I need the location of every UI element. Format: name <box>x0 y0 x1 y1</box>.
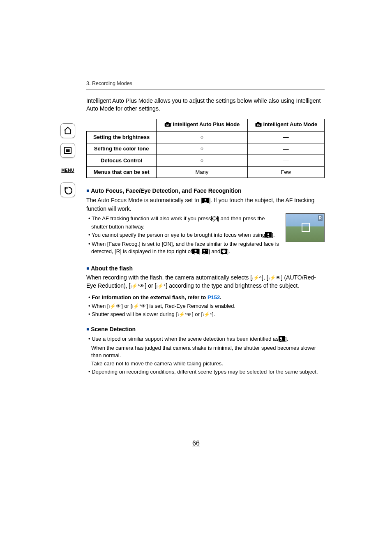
cell: ○ <box>157 131 248 143</box>
cell: — <box>247 131 324 143</box>
face-detect-icon <box>202 197 209 205</box>
square-bullet-icon: ■ <box>86 188 89 194</box>
list-item: • When [Face Recog.] is set to [ON], and… <box>86 240 281 256</box>
svg-point-22 <box>194 250 196 252</box>
portrait-icon <box>195 249 199 256</box>
table-row: Setting the brightness ○ — <box>87 131 325 143</box>
svg-point-26 <box>222 250 226 253</box>
back-icon <box>63 185 72 194</box>
list-item: • The AF tracking function will also wor… <box>86 215 281 231</box>
table-header-row: iA+ Intelligent Auto Plus Mode iA Intell… <box>87 119 325 131</box>
r-indicator: R <box>318 215 323 221</box>
row-label: Setting the brightness <box>87 131 157 143</box>
page-number: 66 <box>0 440 392 447</box>
flash-slow-redeye-icon: ᵢ⚡ˢ👁 <box>131 283 144 289</box>
table-row: Setting the color tone ○ — <box>87 143 325 155</box>
list-item: • When [ᵢ⚡👁] or [ᵢ⚡ˢ👁] is set, Red-Eye R… <box>86 302 325 310</box>
af-bullets: • The AF tracking function will also wor… <box>86 215 281 256</box>
af-body: The Auto Focus Mode is automatically set… <box>86 196 325 213</box>
cell: — <box>247 155 324 167</box>
flash-redeye-icon: ᵢ⚡👁 <box>269 275 281 281</box>
square-bullet-icon: ■ <box>86 326 89 332</box>
page-link-p152[interactable]: P152 <box>208 294 220 300</box>
face-frame <box>302 223 310 232</box>
ia-icon: iA <box>255 122 262 127</box>
home-button[interactable] <box>60 123 75 138</box>
page-content: 3. Recording Modes Intelligent Auto Plus… <box>86 80 325 383</box>
section-scene: ■Scene Detection • Use a tripod or simil… <box>86 325 325 376</box>
mode-comparison-table: iA+ Intelligent Auto Plus Mode iA Intell… <box>86 119 325 178</box>
flash-slow-icon: ᵢ⚡ˢ <box>203 312 212 317</box>
row-label: Setting the color tone <box>87 143 157 155</box>
flash-redeye-icon: ᵢ⚡👁 <box>109 303 121 309</box>
face-recognition-thumbnail: R <box>286 213 325 242</box>
list-item: • Shutter speed will be slower during [ᵢ… <box>86 311 325 318</box>
section-heading: ■Scene Detection <box>86 325 325 334</box>
svg-text:iA: iA <box>257 123 260 126</box>
row-label: Defocus Control <box>87 155 157 167</box>
svg-text:+: + <box>171 122 172 124</box>
ia-plus-icon: iA+ <box>164 122 172 127</box>
divider <box>86 89 325 90</box>
cell: ○ <box>157 143 248 155</box>
table-row: Defocus Control ○ — <box>87 155 325 167</box>
list-item: • Use a tripod or similar support when t… <box>86 335 325 344</box>
baby-icon <box>224 249 227 256</box>
cell: — <box>247 143 324 155</box>
cell: Few <box>247 166 324 178</box>
svg-point-20 <box>267 233 269 235</box>
flash-auto-icon: ᵢ⚡ᴬ <box>252 275 261 281</box>
scene-bullets: • Use a tripod or similar support when t… <box>86 335 325 376</box>
flash-slow-icon: ᵢ⚡ˢ <box>157 283 165 289</box>
cell: ○ <box>157 155 248 167</box>
list-item: • For information on the external flash,… <box>86 294 325 301</box>
svg-rect-14 <box>213 217 216 220</box>
cell: Many <box>157 166 248 178</box>
list-item-cont: When the camera has judged that camera s… <box>86 344 325 359</box>
list-item: • You cannot specify the person or eye t… <box>86 231 281 240</box>
square-bullet-icon: ■ <box>86 265 89 271</box>
section-heading: ■About the flash <box>86 265 325 273</box>
sidebar-nav: MENU <box>58 123 78 197</box>
tripod-scene-icon <box>281 336 285 344</box>
flash-slow-redeye-icon: ᵢ⚡ˢ👁 <box>132 303 146 309</box>
flash-slow-redeye-icon: ᵢ⚡ˢ👁 <box>178 312 191 317</box>
intro-paragraph: Intelligent Auto Plus Mode allows you to… <box>86 97 325 113</box>
breadcrumb: 3. Recording Modes <box>86 80 325 88</box>
back-button[interactable] <box>60 182 75 197</box>
svg-point-27 <box>223 251 224 252</box>
table-row: Menus that can be set Many Few <box>87 166 325 178</box>
section-flash: ■About the flash When recording with the… <box>86 265 325 318</box>
menu-button[interactable]: MENU <box>60 163 75 178</box>
list-icon <box>63 146 72 155</box>
col-header-plus: iA+ Intelligent Auto Plus Mode <box>157 119 248 131</box>
col-header-auto: iA Intelligent Auto Mode <box>247 119 324 131</box>
svg-point-24 <box>203 250 205 252</box>
flash-bullets: • For information on the external flash,… <box>86 294 325 318</box>
svg-point-28 <box>224 251 225 252</box>
section-heading: ■Auto Focus, Face/Eye Detection, and Fac… <box>86 187 325 195</box>
row-label: Menus that can be set <box>87 166 157 178</box>
menu-label: MENU <box>61 168 74 173</box>
flash-body: When recording with the flash, the camer… <box>86 274 325 290</box>
af-track-icon <box>214 216 218 223</box>
list-item-cont: Take care not to move the camera while t… <box>86 360 325 367</box>
list-item: • Depending on recording conditions, dif… <box>86 368 325 376</box>
svg-point-12 <box>205 199 206 200</box>
toc-button[interactable] <box>60 143 75 158</box>
home-icon <box>63 126 72 135</box>
section-autofocus: ■Auto Focus, Face/Eye Detection, and Fac… <box>86 187 325 257</box>
svg-text:iA: iA <box>166 123 169 126</box>
svg-rect-30 <box>280 337 282 339</box>
